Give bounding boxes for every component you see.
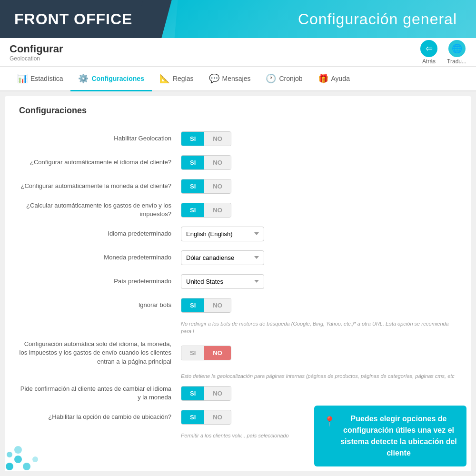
breadcrumb: Configurar Geolocation xyxy=(10,43,63,62)
tab-cronjob[interactable]: 🕐 Cronjob xyxy=(258,67,310,91)
toggle-config-moneda: SI NO xyxy=(181,179,231,194)
toggle-si-moneda[interactable]: SI xyxy=(181,179,204,193)
label-moneda-pred: Moneda predeterminado xyxy=(19,253,181,262)
toggle-no-habilitar[interactable]: NO xyxy=(204,132,231,146)
select-moneda[interactable]: Dólar canadiense Euro Dólar estadouniden… xyxy=(181,250,264,265)
toggle-no-pide[interactable]: NO xyxy=(204,387,231,400)
tab-ayuda[interactable]: 🎁 Ayuda xyxy=(310,67,357,91)
svg-point-0 xyxy=(6,463,13,470)
tooltip-icon: 📍 xyxy=(324,414,336,428)
control-habilitar-geolocation: SI NO xyxy=(181,131,231,146)
toggle-pide-confirmacion: SI NO xyxy=(181,386,231,401)
tab-cronjob-label: Cronjob xyxy=(279,75,302,82)
header-left: FRONT OFFICE xyxy=(0,0,152,38)
tab-estadistica[interactable]: 📊 Estadística xyxy=(10,67,70,91)
estadistica-icon: 📊 xyxy=(17,73,28,84)
control-config-idioma: SI NO xyxy=(181,155,231,170)
label-pais-pred: País predeterminado xyxy=(19,277,181,286)
toggle-no-bots[interactable]: NO xyxy=(204,298,231,312)
cronjob-icon: 🕐 xyxy=(266,73,276,84)
toggle-no-moneda[interactable]: NO xyxy=(204,179,231,193)
label-config-idioma: ¿Configurar automáticamente el idioma de… xyxy=(19,158,181,167)
label-habilitar-geolocation: Habilitar Geolocation xyxy=(19,134,181,143)
label-config-auto: Configuración automática solo del idioma… xyxy=(19,340,181,366)
toggle-no-idioma[interactable]: NO xyxy=(204,156,231,169)
toggle-si-bots[interactable]: SI xyxy=(181,298,204,312)
row-config-idioma: ¿Configurar automáticamente el idioma de… xyxy=(19,154,457,171)
toggle-ignorar-bots: SI NO xyxy=(181,298,231,313)
mensajes-icon: 💬 xyxy=(209,73,219,84)
label-habilitar-cambio: ¿Habilitar la opción de cambio de ubicac… xyxy=(19,413,181,421)
toggle-si-auto[interactable]: SI xyxy=(181,346,204,360)
row-ignorar-bots: Ignorar bots SI NO xyxy=(19,297,457,314)
toggle-habilitar-geolocation: SI NO xyxy=(181,131,231,146)
toggle-no-envio[interactable]: NO xyxy=(204,203,231,217)
control-config-auto: SI NO xyxy=(181,346,231,360)
label-config-envio: ¿Calcular automáticamente los gastos de … xyxy=(19,201,181,218)
back-button[interactable]: ⇦ Atrás xyxy=(420,40,437,65)
back-icon: ⇦ xyxy=(420,40,437,57)
tab-ayuda-label: Ayuda xyxy=(331,75,350,82)
translate-button[interactable]: 🌐 Tradu... xyxy=(447,40,466,65)
back-label: Atrás xyxy=(422,58,436,65)
config-auto-note: Esto detiene la geolocalización para pág… xyxy=(181,373,457,380)
control-pide-confirmacion: SI NO xyxy=(181,386,231,401)
toggle-si-envio[interactable]: SI xyxy=(181,203,204,217)
control-config-moneda: SI NO xyxy=(181,179,231,194)
header-right: Configuración general xyxy=(152,0,476,38)
label-config-moneda: ¿Configurar automáticamente la moneda a … xyxy=(19,182,181,190)
row-pide-confirmacion: Pide confirmación al cliente antes de ca… xyxy=(19,385,457,402)
page-header: FRONT OFFICE Configuración general xyxy=(0,0,476,38)
toggle-no-cambio[interactable]: NO xyxy=(204,410,231,424)
tab-configuraciones[interactable]: ⚙️ Configuraciones xyxy=(70,67,151,91)
control-pais-pred: United States Canada Mexico Spain xyxy=(181,274,264,289)
toggle-no-auto[interactable]: NO xyxy=(204,346,231,360)
ayuda-icon: 🎁 xyxy=(318,73,328,84)
control-idioma-pred: English (English) Español (Spanish) Fran… xyxy=(181,227,264,241)
toggle-habilitar-cambio: SI NO xyxy=(181,410,231,425)
select-pais[interactable]: United States Canada Mexico Spain xyxy=(181,274,264,289)
control-moneda-pred: Dólar canadiense Euro Dólar estadouniden… xyxy=(181,250,264,265)
bots-note: No redirigir a los bots de motores de bú… xyxy=(181,320,457,335)
row-config-auto: Configuración automática solo del idioma… xyxy=(19,340,457,366)
tab-reglas-label: Reglas xyxy=(173,75,194,82)
toggle-si-cambio[interactable]: SI xyxy=(181,410,204,424)
configuraciones-icon: ⚙️ xyxy=(78,73,89,84)
tab-estadistica-label: Estadística xyxy=(30,75,63,82)
breadcrumb-sub: Geolocation xyxy=(10,55,63,62)
top-bar-actions: ⇦ Atrás 🌐 Tradu... xyxy=(420,40,466,65)
label-idioma-pred: Idioma predeterminado xyxy=(19,229,181,238)
deco-dots xyxy=(5,433,52,471)
toggle-si-idioma[interactable]: SI xyxy=(181,156,204,169)
header-right-title: Configuración general xyxy=(298,10,457,28)
reglas-icon: 📐 xyxy=(159,73,170,84)
row-config-moneda: ¿Configurar automáticamente la moneda a … xyxy=(19,178,457,195)
control-ignorar-bots: SI NO xyxy=(181,298,231,313)
header-left-title: FRONT OFFICE xyxy=(14,10,132,28)
row-moneda-pred: Moneda predeterminado Dólar canadiense E… xyxy=(19,249,457,266)
label-pide-confirmacion: Pide confirmación al cliente antes de ca… xyxy=(19,385,181,402)
tab-mensajes-label: Mensajes xyxy=(222,75,251,82)
control-config-envio: SI NO xyxy=(181,203,231,218)
label-ignorar-bots: Ignorar bots xyxy=(19,301,181,309)
select-idioma[interactable]: English (English) Español (Spanish) Fran… xyxy=(181,227,264,241)
svg-point-3 xyxy=(7,452,12,457)
control-habilitar-cambio: SI NO xyxy=(181,410,231,425)
toggle-config-envio: SI NO xyxy=(181,203,231,218)
row-habilitar-geolocation: Habilitar Geolocation SI NO xyxy=(19,130,457,147)
tab-reglas[interactable]: 📐 Reglas xyxy=(152,67,201,91)
tabs-bar: 📊 Estadística ⚙️ Configuraciones 📐 Regla… xyxy=(0,67,476,91)
row-pais-pred: País predeterminado United States Canada… xyxy=(19,273,457,290)
top-bar: Configurar Geolocation ⇦ Atrás 🌐 Tradu..… xyxy=(0,38,476,67)
toggle-config-auto: SI NO xyxy=(181,346,231,360)
svg-point-2 xyxy=(23,463,30,470)
toggle-si-habilitar[interactable]: SI xyxy=(181,132,204,146)
translate-label: Tradu... xyxy=(447,58,466,65)
tooltip-box: 📍 Puedes elegir opciones de configuració… xyxy=(314,406,466,466)
tab-mensajes[interactable]: 💬 Mensajes xyxy=(201,67,258,91)
toggle-config-idioma: SI NO xyxy=(181,155,231,170)
breadcrumb-main: Configurar xyxy=(10,43,63,55)
svg-point-4 xyxy=(14,446,22,454)
row-idioma-pred: Idioma predeterminado English (English) … xyxy=(19,225,457,242)
toggle-si-pide[interactable]: SI xyxy=(181,387,204,400)
